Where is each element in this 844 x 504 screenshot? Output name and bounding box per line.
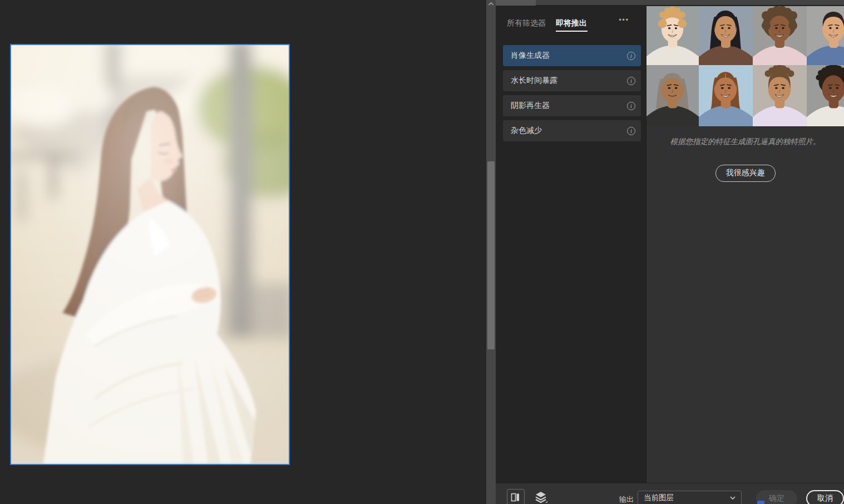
layers-icon[interactable] xyxy=(534,490,548,504)
selected-image-preview xyxy=(10,44,290,465)
dialog-footer: 输出 当前图层 确定 取消 xyxy=(496,483,844,504)
filter-item-label: 阴影再生器 xyxy=(511,101,627,111)
filter-description: 根据您指定的特征生成面孔逼真的独特照片。 xyxy=(654,136,836,147)
more-options-icon[interactable]: ••• xyxy=(619,16,629,24)
info-icon[interactable]: i xyxy=(627,77,635,85)
output-layer-select[interactable]: 当前图层 xyxy=(638,491,742,504)
tooltip-fragment xyxy=(757,501,764,504)
filter-item-1[interactable]: 肖像生成器i xyxy=(503,45,641,66)
neural-filters-dialog: 所有筛选器 即将推出 ••• 肖像生成器i水长时间暴露i阴影再生器i杂色减少i xyxy=(0,0,844,504)
filter-item-label: 水长时间暴露 xyxy=(511,76,627,86)
face-thumbnail-4 xyxy=(807,6,844,65)
face-thumbnail-1 xyxy=(646,6,699,65)
info-icon[interactable]: i xyxy=(627,52,635,60)
filter-list: 肖像生成器i水长时间暴露i阴影再生器i杂色减少i xyxy=(503,45,641,145)
tab-coming-soon[interactable]: 即将推出 xyxy=(556,18,587,28)
split-view-icon xyxy=(511,493,521,502)
filter-item-4[interactable]: 杂色减少i xyxy=(503,120,641,141)
filter-item-label: 杂色减少 xyxy=(511,126,627,136)
scroll-up-icon[interactable] xyxy=(488,2,494,6)
filter-tabs: 所有筛选器 即将推出 ••• xyxy=(496,6,646,39)
im-interested-button[interactable]: 我很感兴趣 xyxy=(715,165,776,182)
info-icon[interactable]: i xyxy=(627,127,635,135)
face-thumbnail-7 xyxy=(753,65,807,126)
dialog-top-tab xyxy=(496,0,536,6)
preview-compare-button[interactable] xyxy=(507,489,525,504)
filter-item-label: 肖像生成器 xyxy=(511,51,627,61)
tab-all-filters[interactable]: 所有筛选器 xyxy=(507,18,546,28)
face-thumbnail-5 xyxy=(646,65,699,126)
chevron-down-icon xyxy=(730,496,736,500)
neural-filters-panel: 所有筛选器 即将推出 ••• 肖像生成器i水长时间暴露i阴影再生器i杂色减少i xyxy=(496,0,844,504)
face-thumbnail-3 xyxy=(753,6,807,65)
scrollbar-thumb[interactable] xyxy=(487,161,495,349)
filter-item-2[interactable]: 水长时间暴露i xyxy=(503,70,641,91)
dialog-top-strip xyxy=(496,0,844,6)
portrait-photo xyxy=(11,45,289,464)
active-tab-underline xyxy=(556,31,588,32)
document-canvas[interactable] xyxy=(0,0,486,504)
face-thumbnail-6 xyxy=(699,65,753,126)
output-selected-value: 当前图层 xyxy=(644,493,730,503)
filter-item-3[interactable]: 阴影再生器i xyxy=(503,95,641,116)
info-icon[interactable]: i xyxy=(627,102,635,110)
vertical-scrollbar[interactable] xyxy=(486,0,496,504)
filters-sidebar: 所有筛选器 即将推出 ••• 肖像生成器i水长时间暴露i阴影再生器i杂色减少i xyxy=(496,6,646,483)
cancel-button[interactable]: 取消 xyxy=(806,490,844,504)
output-label: 输出 xyxy=(619,495,634,504)
generated-faces-grid xyxy=(646,6,844,126)
filter-preview-pane: 根据您指定的特征生成面孔逼真的独特照片。 我很感兴趣 xyxy=(646,6,844,483)
face-thumbnail-2 xyxy=(699,6,753,65)
face-thumbnail-8 xyxy=(807,65,844,126)
